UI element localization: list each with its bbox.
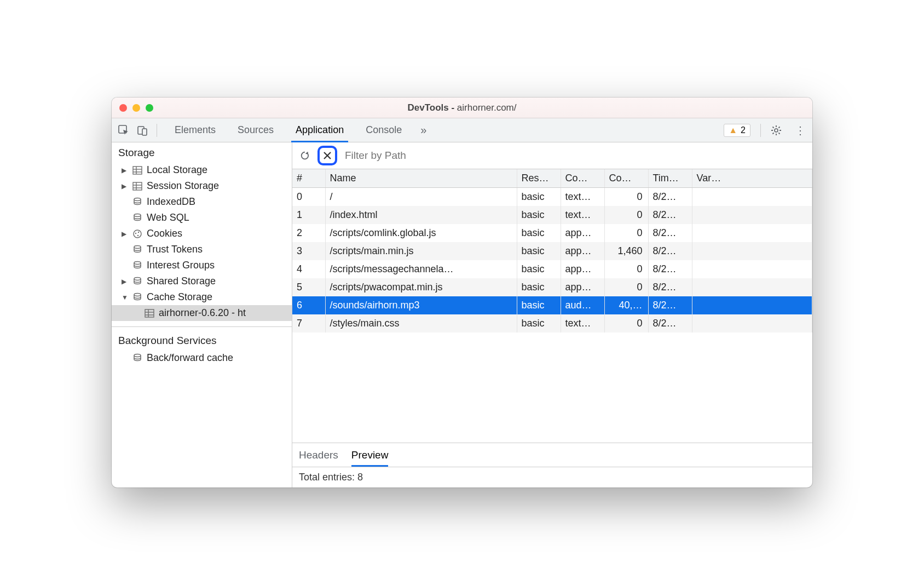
cell-idx: 7	[292, 314, 325, 332]
cell-res: basic	[517, 188, 561, 207]
refresh-button[interactable]	[297, 147, 313, 164]
cell-var	[692, 278, 812, 296]
clear-highlight-annotation	[317, 146, 337, 165]
tab-elements[interactable]: Elements	[164, 118, 227, 142]
cell-co1: app…	[561, 278, 604, 296]
cell-var	[692, 188, 812, 207]
cell-res: basic	[517, 296, 561, 314]
cell-idx: 4	[292, 260, 325, 278]
sidebar-item-local-storage[interactable]: ▶Local Storage	[112, 162, 292, 178]
column-header[interactable]: Var…	[692, 169, 812, 188]
sidebar-item-airhorner-0-6-20-ht[interactable]: airhorner-0.6.20 - ht	[112, 305, 292, 321]
sidebar-item-cache-storage[interactable]: ▼Cache Storage	[112, 289, 292, 305]
preview-tabs: HeadersPreview	[292, 443, 812, 467]
column-header[interactable]: Res…	[517, 169, 561, 188]
tab-console[interactable]: Console	[355, 118, 413, 142]
clear-button[interactable]	[321, 149, 334, 162]
svg-point-26	[134, 245, 141, 248]
column-header[interactable]: Name	[325, 169, 517, 188]
table-row[interactable]: 4/scripts/messagechannela…basicapp…08/2…	[292, 260, 812, 278]
table-row[interactable]: 6/sounds/airhorn.mp3basicaud…40,…8/2…	[292, 296, 812, 314]
cell-co1: text…	[561, 314, 604, 332]
column-header[interactable]: #	[292, 169, 325, 188]
cell-tim: 8/2…	[648, 278, 692, 296]
cell-tim: 8/2…	[648, 224, 692, 242]
sidebar-item-cookies[interactable]: ▶Cookies	[112, 226, 292, 242]
sidebar-section-background: Background Services	[112, 330, 292, 350]
cell-co2: 40,…	[604, 296, 648, 314]
cell-co1: app…	[561, 242, 604, 260]
tab-sources[interactable]: Sources	[227, 118, 285, 142]
chevron-down-icon: ▼	[122, 294, 128, 301]
table-row[interactable]: 1/index.htmlbasictext…08/2…	[292, 206, 812, 224]
cell-name: /scripts/comlink.global.js	[325, 224, 517, 242]
cell-co1: app…	[561, 224, 604, 242]
sidebar-item-indexeddb[interactable]: IndexedDB	[112, 194, 292, 210]
table-row[interactable]: 5/scripts/pwacompat.min.jsbasicapp…08/2…	[292, 278, 812, 296]
svg-point-21	[134, 214, 141, 216]
sidebar-item-session-storage[interactable]: ▶Session Storage	[112, 178, 292, 194]
grid-icon	[132, 166, 142, 175]
cell-co2: 0	[604, 278, 648, 296]
main-panel: #NameRes…Co…Co…Tim…Var… 0/basictext…08/2…	[292, 142, 812, 487]
sidebar-item-trust-tokens[interactable]: Trust Tokens	[112, 242, 292, 257]
svg-point-28	[134, 277, 141, 280]
cell-idx: 0	[292, 188, 325, 207]
svg-point-29	[134, 293, 141, 296]
svg-line-9	[778, 133, 779, 134]
database-icon	[132, 213, 142, 223]
database-icon	[132, 261, 142, 271]
divider	[760, 124, 761, 137]
cell-idx: 2	[292, 224, 325, 242]
column-header[interactable]: Co…	[561, 169, 604, 188]
sidebar-item-label: airhorner-0.6.20 - ht	[159, 307, 246, 319]
svg-line-11	[778, 127, 779, 128]
sidebar-item-label: Session Storage	[147, 180, 219, 192]
table-row[interactable]: 7/styles/main.cssbasictext…08/2…	[292, 314, 812, 332]
cell-co2: 0	[604, 206, 648, 224]
sidebar-item-back-forward-cache[interactable]: Back/forward cache	[112, 350, 292, 366]
settings-gear-icon[interactable]	[771, 125, 786, 136]
more-tabs-icon[interactable]: »	[416, 124, 431, 136]
svg-point-22	[134, 230, 141, 238]
sidebar-item-shared-storage[interactable]: ▶Shared Storage	[112, 273, 292, 289]
table-row[interactable]: 2/scripts/comlink.global.jsbasicapp…08/2…	[292, 224, 812, 242]
filter-path-input[interactable]	[342, 147, 808, 164]
column-header[interactable]: Co…	[604, 169, 648, 188]
database-icon	[132, 245, 142, 255]
column-header[interactable]: Tim…	[648, 169, 692, 188]
cell-res: basic	[517, 242, 561, 260]
database-icon	[132, 353, 142, 363]
svg-point-34	[134, 354, 141, 357]
chevron-right-icon: ▶	[122, 230, 128, 238]
cookie-icon	[132, 229, 142, 239]
sidebar-item-label: Web SQL	[147, 212, 189, 223]
cell-name: /styles/main.css	[325, 314, 517, 332]
cell-tim: 8/2…	[648, 188, 692, 207]
sidebar-item-label: Trust Tokens	[147, 244, 203, 255]
grid-icon	[132, 182, 142, 191]
device-toggle-icon[interactable]	[135, 123, 150, 138]
preview-tab-preview[interactable]: Preview	[351, 443, 389, 467]
cell-co2: 0	[604, 188, 648, 207]
table-row[interactable]: 0/basictext…08/2…	[292, 188, 812, 207]
sidebar-item-label: Interest Groups	[147, 260, 215, 271]
cell-name: /	[325, 188, 517, 207]
table-row[interactable]: 3/scripts/main.min.jsbasicapp…1,4608/2…	[292, 242, 812, 260]
more-options-icon[interactable]: ⋮	[793, 124, 808, 137]
inspect-element-icon[interactable]	[116, 123, 131, 138]
chevron-right-icon: ▶	[122, 182, 128, 190]
preview-tab-headers[interactable]: Headers	[299, 443, 338, 467]
svg-point-23	[135, 232, 136, 233]
tab-application[interactable]: Application	[285, 118, 355, 142]
svg-point-25	[137, 234, 138, 236]
cell-tim: 8/2…	[648, 242, 692, 260]
sidebar-item-interest-groups[interactable]: Interest Groups	[112, 257, 292, 273]
svg-point-20	[134, 198, 141, 200]
sidebar-item-web-sql[interactable]: Web SQL	[112, 210, 292, 226]
warnings-badge[interactable]: ▲ 2	[724, 124, 750, 137]
cell-var	[692, 314, 812, 332]
divider	[112, 326, 292, 327]
svg-rect-2	[142, 129, 147, 135]
chevron-right-icon: ▶	[122, 278, 128, 285]
